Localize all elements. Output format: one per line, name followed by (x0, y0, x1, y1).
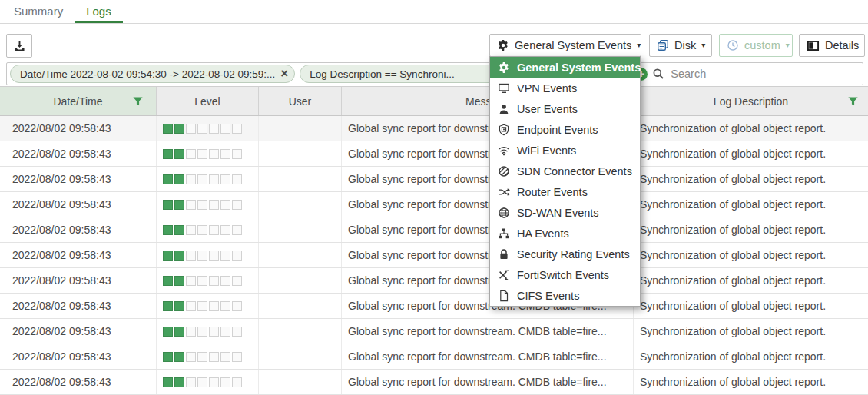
level-indicator (163, 200, 244, 210)
table-header: Date/Time Level User Message Log Descrip… (0, 86, 868, 116)
level-segment-empty (232, 352, 242, 362)
level-segment-empty (186, 377, 196, 387)
cell-datetime: 2022/08/02 09:58:43 (0, 370, 157, 394)
level-segment-empty (197, 301, 207, 311)
filter-chip[interactable]: Date/Time 2022-08-02 09:54:30 -> 2022-08… (10, 65, 295, 83)
menu-item-fortiswitch-events[interactable]: FortiSwitch Events (490, 264, 640, 285)
level-segment-filled (163, 225, 173, 235)
table-row[interactable]: 2022/08/02 09:58:43Global sync report fo… (0, 344, 868, 370)
column-header-datetime[interactable]: Date/Time (0, 87, 157, 115)
details-button[interactable]: Details (799, 34, 865, 57)
disk-icon (657, 39, 669, 51)
cell-log-description: Synchronization of global object report. (634, 268, 868, 293)
level-segment-empty (186, 251, 196, 261)
tab-logs[interactable]: Logs (75, 0, 123, 23)
table-row[interactable]: 2022/08/02 09:58:43Global sync report fo… (0, 116, 868, 141)
column-header-level[interactable]: Level (157, 87, 259, 115)
level-segment-empty (220, 225, 230, 235)
table-body: 2022/08/02 09:58:43Global sync report fo… (0, 116, 868, 395)
menu-item-ha-events[interactable]: HA Events (490, 223, 640, 244)
time-range-dropdown-button[interactable]: custom ▾ (719, 34, 793, 57)
menu-item-vpn-events[interactable]: VPN Events (490, 78, 640, 98)
details-label: Details (825, 39, 859, 51)
remove-filter-icon[interactable]: × (280, 68, 288, 79)
menu-item-wifi-events[interactable]: WiFi Events (490, 140, 640, 161)
cell-log-description: Synchronization of global object report. (634, 344, 868, 369)
level-segment-empty (186, 225, 196, 235)
menu-item-cifs-events[interactable]: CIFS Events (490, 285, 640, 306)
level-segment-empty (209, 149, 219, 159)
menu-item-security-rating-events[interactable]: Security Rating Events (490, 244, 640, 264)
level-segment-filled (174, 124, 184, 134)
cell-level (157, 268, 259, 293)
level-segment-empty (209, 225, 219, 235)
search-input[interactable] (669, 67, 860, 81)
filter-funnel-icon[interactable] (847, 95, 859, 107)
details-panel-icon (807, 39, 820, 52)
cell-level (157, 294, 259, 318)
level-segment-empty (209, 352, 219, 362)
level-indicator (163, 251, 244, 261)
event-type-label: General System Events (515, 39, 631, 51)
table-row[interactable]: 2022/08/02 09:58:43Global sync report fo… (0, 167, 868, 192)
menu-item-general-system-events[interactable]: General System Events (490, 57, 640, 78)
cell-level (157, 167, 259, 191)
level-segment-filled (174, 327, 184, 337)
cell-log-description: Synchronization of global object report. (634, 167, 868, 191)
time-range-label: custom (744, 39, 780, 51)
level-segment-empty (232, 225, 242, 235)
filter-funnel-icon[interactable] (132, 95, 144, 107)
lock-icon (497, 247, 510, 261)
table-row[interactable]: 2022/08/02 09:58:43Global sync report fo… (0, 268, 868, 294)
tab-summary[interactable]: Summary (2, 0, 75, 23)
menu-item-label: Router Events (517, 186, 588, 198)
column-label: Log Description (714, 95, 788, 108)
level-segment-empty (220, 174, 230, 184)
level-segment-filled (163, 377, 173, 387)
menu-item-label: CIFS Events (517, 290, 579, 302)
router-icon (497, 185, 510, 198)
column-header-user[interactable]: User (259, 87, 342, 115)
cell-user (259, 192, 342, 217)
level-segment-empty (209, 251, 219, 261)
cell-datetime: 2022/08/02 09:58:43 (0, 141, 157, 166)
cell-datetime: 2022/08/02 09:58:43 (0, 243, 157, 267)
switch-icon (497, 268, 510, 281)
user-icon (497, 102, 510, 115)
table-row[interactable]: 2022/08/02 09:58:43Global sync report fo… (0, 370, 868, 395)
level-segment-empty (209, 200, 219, 210)
menu-item-router-events[interactable]: Router Events (490, 181, 640, 202)
level-segment-empty (232, 377, 242, 387)
menu-item-sd-wan-events[interactable]: SD-WAN Events (490, 202, 640, 223)
menu-item-endpoint-events[interactable]: Endpoint Events (490, 119, 640, 140)
column-header-log-description[interactable]: Log Description (634, 87, 868, 115)
download-icon (13, 39, 26, 52)
table-row[interactable]: 2022/08/02 09:58:43Global sync report fo… (0, 141, 868, 167)
table-row[interactable]: 2022/08/02 09:58:43Global sync report fo… (0, 243, 868, 268)
cell-log-description: Synchronization of global object report. (634, 116, 868, 141)
menu-item-label: FortiSwitch Events (517, 269, 609, 281)
level-segment-empty (197, 327, 207, 337)
level-segment-empty (197, 225, 207, 235)
table-row[interactable]: 2022/08/02 09:58:43Global sync report fo… (0, 294, 868, 319)
level-indicator (163, 276, 244, 286)
chevron-down-icon: ▾ (637, 41, 641, 49)
download-button[interactable] (6, 34, 32, 58)
level-segment-empty (232, 200, 242, 210)
cell-level (157, 319, 259, 344)
table-row[interactable]: 2022/08/02 09:58:43Global sync report fo… (0, 319, 868, 344)
table-row[interactable]: 2022/08/02 09:58:43Global sync report fo… (0, 217, 868, 243)
file-icon (497, 289, 510, 302)
level-segment-filled (163, 251, 173, 261)
level-segment-filled (174, 276, 184, 286)
menu-item-user-events[interactable]: User Events (490, 98, 640, 119)
cell-datetime: 2022/08/02 09:58:43 (0, 167, 157, 191)
event-type-dropdown-button[interactable]: General System Events ▾ (489, 34, 641, 57)
table-row[interactable]: 2022/08/02 09:58:43Global sync report fo… (0, 192, 868, 217)
level-segment-empty (220, 200, 230, 210)
level-segment-empty (209, 124, 219, 134)
cell-datetime: 2022/08/02 09:58:43 (0, 294, 157, 318)
log-location-dropdown-button[interactable]: Disk ▾ (649, 34, 712, 57)
menu-item-sdn-connector-events[interactable]: SDN Connector Events (490, 161, 640, 181)
sdn-connector-icon (497, 164, 510, 178)
